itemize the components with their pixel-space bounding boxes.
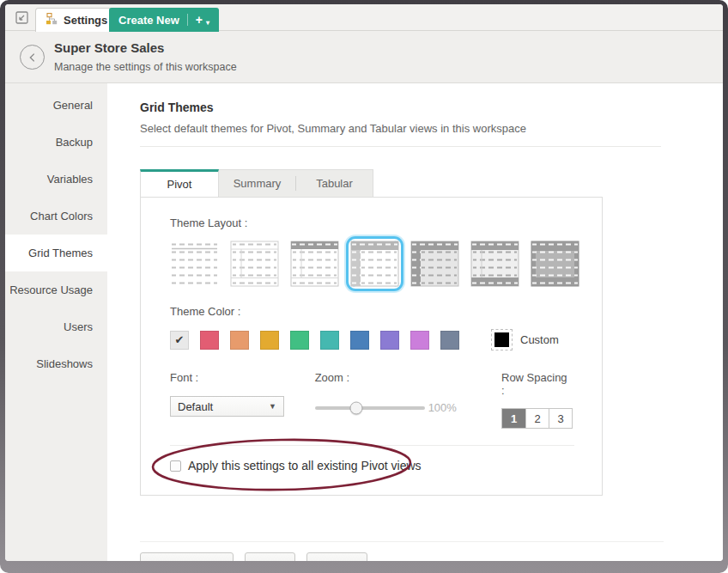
apply-settings-label: Apply this settings to all existing Pivo… xyxy=(188,459,422,472)
section-subtitle: Select default themes for Pivot, Summary… xyxy=(140,122,723,135)
sidebar-item-grid-themes[interactable]: Grid Themes xyxy=(5,235,107,271)
create-new-button[interactable]: Create New + ▾ xyxy=(109,8,219,32)
theme-color-label: Theme Color : xyxy=(170,305,573,318)
apply-settings-row: Apply this settings to all existing Pivo… xyxy=(170,459,422,472)
color-default-check[interactable]: ✔ xyxy=(170,331,189,350)
color-swatch-slate[interactable] xyxy=(440,331,459,350)
controls-row: Font : Default ▼ Zoom : xyxy=(170,371,573,429)
font-select-value: Default xyxy=(178,400,213,413)
sidebar-item-users[interactable]: Users xyxy=(5,308,107,345)
tab-tabular[interactable]: Tabular xyxy=(296,170,373,197)
color-swatch-green[interactable] xyxy=(290,331,309,350)
tab-pivot[interactable]: Pivot xyxy=(140,169,219,197)
sitemap-icon xyxy=(46,13,58,27)
font-label: Font : xyxy=(170,371,315,384)
custom-color-picker[interactable]: Custom xyxy=(491,329,559,351)
cancel-button[interactable]: Cancel xyxy=(306,552,367,561)
layout-option-6[interactable] xyxy=(470,241,519,287)
back-button[interactable] xyxy=(20,45,45,70)
theme-color-options: ✔ Custom xyxy=(170,329,573,351)
zoom-label: Zoom : xyxy=(315,371,501,384)
color-swatch-purple[interactable] xyxy=(380,331,399,350)
custom-color-swatch xyxy=(494,332,509,347)
tab-settings-label: Settings xyxy=(64,14,107,27)
zoom-value: 100% xyxy=(428,401,457,414)
color-swatch-salmon[interactable] xyxy=(230,331,249,350)
section-title: Grid Themes xyxy=(140,101,723,114)
zoom-slider-thumb[interactable] xyxy=(350,401,363,414)
color-swatch-blue[interactable] xyxy=(350,331,369,350)
row-spacing-label: Row Spacing : xyxy=(501,371,573,397)
footer-divider xyxy=(140,541,664,542)
theme-layout-label: Theme Layout : xyxy=(170,216,573,229)
footer-buttons: Save & Close Save Cancel xyxy=(140,552,723,561)
row-spacing-control: 1 2 3 xyxy=(501,408,573,429)
color-swatch-orchid[interactable] xyxy=(410,331,429,350)
pivot-theme-panel: Theme Layout : xyxy=(140,197,603,496)
view-tabs: Pivot Summary Tabular xyxy=(140,169,723,197)
create-new-divider xyxy=(187,14,188,26)
panel-divider xyxy=(170,445,574,446)
sidebar-item-general[interactable]: General xyxy=(5,87,107,124)
chevron-down-icon: ▾ xyxy=(206,19,209,27)
inactive-tab-group: Summary Tabular xyxy=(219,169,373,197)
layout-option-1[interactable] xyxy=(170,241,219,287)
save-button[interactable]: Save xyxy=(245,552,296,561)
row-spacing-option-2[interactable]: 2 xyxy=(525,409,549,428)
layout-option-7[interactable] xyxy=(531,241,579,287)
main-content: Grid Themes Select default themes for Pi… xyxy=(107,83,723,561)
layout-option-2[interactable] xyxy=(230,241,279,287)
layout-option-4-selected[interactable] xyxy=(350,241,399,287)
row-spacing-option-1[interactable]: 1 xyxy=(502,409,525,428)
workspace-header: Super Store Sales Manage the settings of… xyxy=(5,31,723,83)
layout-option-3[interactable] xyxy=(290,241,339,287)
apply-settings-checkbox[interactable] xyxy=(170,460,181,472)
font-select[interactable]: Default ▼ xyxy=(170,396,284,417)
chevron-down-icon: ▼ xyxy=(269,402,276,411)
color-swatch-teal[interactable] xyxy=(320,331,339,350)
sidebar-item-slideshows[interactable]: Slideshows xyxy=(5,345,107,382)
layout-option-5[interactable] xyxy=(410,241,459,287)
custom-color-box[interactable] xyxy=(491,329,513,351)
sidebar-item-backup[interactable]: Backup xyxy=(5,124,107,161)
sidebar-item-resource-usage[interactable]: Resource Usage xyxy=(5,271,107,308)
tab-summary[interactable]: Summary xyxy=(219,170,295,197)
color-swatch-gold[interactable] xyxy=(260,331,279,350)
window-frame: Settings Create New + ▾ Super Store Sale… xyxy=(0,0,728,573)
theme-layout-options xyxy=(170,241,573,287)
settings-sidebar: General Backup Variables Chart Colors Gr… xyxy=(5,83,107,561)
workspace-subtitle: Manage the settings of this workspace xyxy=(54,61,237,73)
zoom-slider[interactable] xyxy=(315,406,425,410)
color-swatch-rose[interactable] xyxy=(200,331,219,350)
sidebar-item-chart-colors[interactable]: Chart Colors xyxy=(5,198,107,235)
custom-color-label: Custom xyxy=(520,333,559,346)
section-divider xyxy=(140,146,661,147)
top-tab-bar: Settings Create New + ▾ xyxy=(5,4,723,31)
sidebar-item-variables[interactable]: Variables xyxy=(5,161,107,198)
save-and-close-button[interactable]: Save & Close xyxy=(140,552,234,561)
pop-in-icon[interactable] xyxy=(15,11,28,24)
workspace-title: Super Store Sales xyxy=(54,40,164,55)
app-window: Settings Create New + ▾ Super Store Sale… xyxy=(5,4,723,561)
plus-icon[interactable]: + xyxy=(196,13,203,27)
create-new-label: Create New xyxy=(118,14,179,27)
row-spacing-option-3[interactable]: 3 xyxy=(549,409,572,428)
